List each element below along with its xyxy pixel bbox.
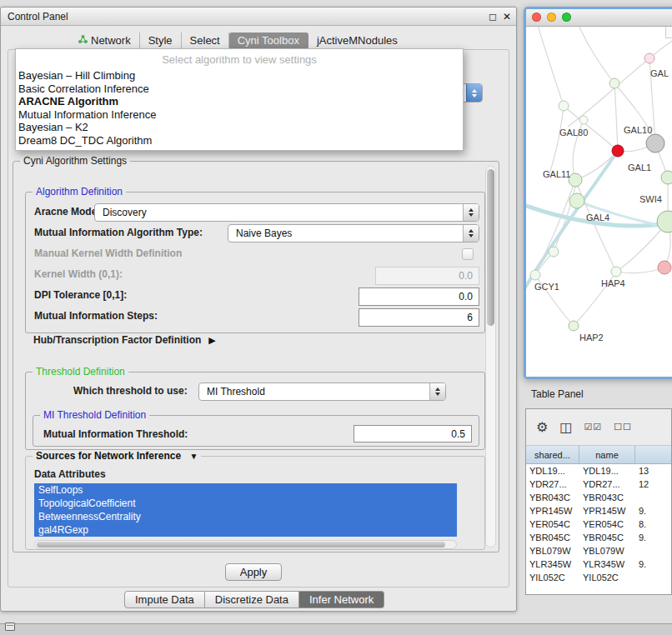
- table-row[interactable]: YDR27...YDR27...12: [526, 478, 671, 491]
- settings-gear-icon[interactable]: ⚙: [536, 421, 548, 434]
- network-node[interactable]: [569, 193, 584, 208]
- table-row[interactable]: YLR345WYLR345W9.: [526, 558, 671, 571]
- mi-steps-field[interactable]: 6: [359, 308, 479, 327]
- table-cell: 9.: [635, 504, 672, 518]
- data-attribute-item[interactable]: SelfLoops: [34, 483, 457, 497]
- hscrollbar-thumb[interactable]: [37, 542, 445, 548]
- algorithm-option[interactable]: Mutual Information Inference: [16, 108, 463, 122]
- network-edge[interactable]: [575, 151, 618, 180]
- network-edge[interactable]: [616, 268, 664, 273]
- tab-discretize-data[interactable]: Discretize Data: [205, 591, 299, 608]
- network-node[interactable]: [611, 267, 621, 277]
- tab-label: Network: [91, 34, 131, 47]
- algorithm-dropdown-popup: Select algorithm to view settings Bayesi…: [15, 48, 464, 151]
- network-node[interactable]: [661, 171, 672, 184]
- network-node[interactable]: [579, 116, 588, 124]
- close-window-icon[interactable]: ✕: [503, 10, 511, 23]
- network-edge[interactable]: [536, 27, 564, 106]
- mi-algorithm-type-combobox[interactable]: Naive Bayes: [228, 224, 479, 242]
- table-row[interactable]: YDL19...YDL19...13: [526, 464, 671, 478]
- network-node[interactable]: [549, 247, 559, 257]
- network-edge[interactable]: [576, 27, 614, 83]
- tab-cyni-toolbox[interactable]: Cyni Toolbox: [229, 32, 308, 49]
- hub-section-header[interactable]: Hub/Transcription Factor Definition ▶: [33, 334, 216, 346]
- data-attribute-item[interactable]: TopologicalCoefficient: [34, 497, 457, 510]
- traffic-lights: [532, 12, 577, 22]
- panel-dock-icon[interactable]: [5, 622, 15, 631]
- mi-threshold-field[interactable]: 0.5: [354, 425, 472, 442]
- minimize-light[interactable]: [547, 12, 556, 22]
- table-cell: YBR043C: [579, 491, 635, 504]
- deselect-rows-icon[interactable]: ☐☐: [614, 422, 632, 432]
- data-attributes-list[interactable]: SelfLoopsTopologicalCoefficientBetweenne…: [34, 483, 457, 537]
- select-rows-icon[interactable]: ☑☑: [584, 422, 602, 432]
- network-edge[interactable]: [568, 58, 649, 127]
- table-row[interactable]: YIL052CYIL052C: [526, 571, 671, 584]
- sources-section-header[interactable]: Sources for Network Inference ▼: [33, 450, 201, 462]
- network-graph[interactable]: GALGAL80GAL10GAL11GAL1SWI4GAL4GCY1HAP4HA…: [526, 27, 672, 377]
- show-columns-icon[interactable]: ◫: [559, 421, 572, 434]
- tab-select[interactable]: Select: [182, 32, 229, 49]
- table-body: YDL19...YDL19...13YDR27...YDR27...12YBR0…: [526, 464, 671, 594]
- tab-infer-network[interactable]: Infer Network: [299, 591, 384, 608]
- table-panel-frame: ⚙◫☑☑☐☐ shared...name YDL19...YDL19...13Y…: [525, 408, 672, 595]
- data-attribute-item[interactable]: gal4RGexp: [34, 523, 457, 537]
- table-row[interactable]: YBR045CYBR045C9.: [526, 531, 671, 544]
- algorithm-option[interactable]: Bayesian – Hill Climbing: [16, 69, 463, 82]
- network-node[interactable]: [657, 211, 672, 232]
- control-panel-tabs: NetworkStyleSelectCyni ToolboxjActiveMNo…: [69, 32, 406, 49]
- expand-right-icon[interactable]: ▶: [208, 335, 215, 346]
- algorithm-option[interactable]: Dream8 DC_TDC Algorithm: [16, 134, 463, 148]
- column-header-extra[interactable]: [635, 446, 672, 463]
- threshold-definition-title: Threshold Definition: [33, 366, 128, 378]
- which-threshold-combobox[interactable]: MI Threshold: [198, 382, 446, 401]
- kernel-width-field[interactable]: 0.0: [375, 267, 479, 285]
- algorithm-option[interactable]: ARACNE Algorithm: [16, 95, 463, 108]
- tab-style[interactable]: Style: [140, 32, 182, 49]
- network-edge[interactable]: [549, 106, 564, 177]
- close-light[interactable]: [532, 12, 541, 22]
- network-node[interactable]: [658, 261, 671, 274]
- tab-network[interactable]: Network: [69, 32, 140, 49]
- apply-button[interactable]: Apply: [225, 563, 282, 581]
- dpi-tolerance-field[interactable]: 0.0: [359, 288, 479, 306]
- attributes-hscrollbar[interactable]: [34, 540, 457, 549]
- network-canvas[interactable]: GALGAL80GAL10GAL11GAL1SWI4GAL4GCY1HAP4HA…: [526, 27, 672, 377]
- tab-impute-data[interactable]: Impute Data: [124, 591, 205, 608]
- collapse-down-icon[interactable]: ▼: [189, 452, 198, 461]
- zoom-light[interactable]: [562, 12, 571, 22]
- float-window-icon[interactable]: ◻: [489, 10, 497, 23]
- manual-kernel-width-checkbox[interactable]: [462, 248, 474, 260]
- settings-group-title: Cyni Algorithm Settings: [20, 155, 130, 167]
- node-label: SWI4: [639, 194, 662, 204]
- table-cell: YPR145W: [579, 504, 635, 518]
- network-node[interactable]: [609, 78, 619, 88]
- table-row[interactable]: YBL079WYBL079W: [526, 544, 671, 558]
- network-window-titlebar[interactable]: [526, 9, 672, 27]
- control-panel-titlebar[interactable]: Control Panel ◻ ✕: [1, 8, 516, 26]
- network-icon: [78, 34, 88, 47]
- network-node[interactable]: [569, 321, 579, 331]
- table-row[interactable]: YER054CYER054C8.: [526, 518, 671, 531]
- hub-section-label: Hub/Transcription Factor Definition: [33, 334, 201, 346]
- network-node[interactable]: [646, 134, 664, 152]
- network-node[interactable]: [612, 145, 624, 157]
- column-header-shared[interactable]: shared...: [526, 446, 579, 463]
- table-row[interactable]: YPR145WYPR145W9.: [526, 504, 671, 518]
- table-cell: [635, 491, 672, 504]
- algorithm-option[interactable]: Bayesian – K2: [16, 121, 463, 134]
- network-edge[interactable]: [614, 83, 618, 151]
- tab-jactivemnodules[interactable]: jActiveMNodules: [308, 32, 406, 49]
- table-cell: YBL079W: [526, 544, 579, 558]
- aracne-mode-combobox[interactable]: Discovery: [94, 203, 479, 222]
- settings-scrollbar[interactable]: [485, 166, 496, 548]
- network-node[interactable]: [559, 101, 569, 111]
- network-node[interactable]: [530, 270, 540, 280]
- column-header-name[interactable]: name: [579, 446, 635, 463]
- control-panel-window: Control Panel ◻ ✕ NetworkStyleSelectCyni…: [0, 7, 517, 612]
- scrollbar-thumb[interactable]: [487, 169, 494, 326]
- algorithm-option[interactable]: Basic Correlation Inference: [16, 82, 463, 96]
- network-node[interactable]: [644, 53, 654, 63]
- data-attribute-item[interactable]: BetweennessCentrality: [34, 510, 457, 523]
- table-row[interactable]: YBR043CYBR043C: [526, 491, 671, 504]
